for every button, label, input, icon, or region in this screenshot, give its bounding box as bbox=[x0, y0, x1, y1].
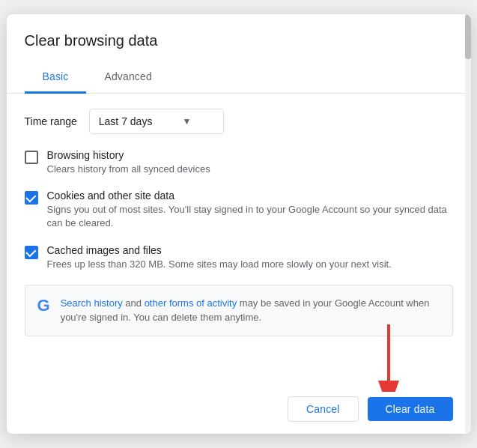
info-text-mid1: and bbox=[123, 297, 145, 309]
clear-data-button[interactable]: Clear data bbox=[368, 397, 453, 421]
cached-row: Cached images and files Frees up less th… bbox=[25, 244, 453, 271]
tab-advanced[interactable]: Advanced bbox=[86, 61, 169, 94]
cached-text: Cached images and files Frees up less th… bbox=[47, 244, 453, 271]
time-range-select[interactable]: Last 7 days ▼ bbox=[89, 109, 224, 134]
browsing-history-checkbox[interactable] bbox=[25, 151, 38, 164]
tab-basic[interactable]: Basic bbox=[25, 61, 87, 94]
cached-desc: Frees up less than 320 MB. Some sites ma… bbox=[47, 258, 453, 271]
browsing-history-checkbox-wrap bbox=[25, 151, 38, 164]
cached-checkbox-wrap bbox=[25, 246, 38, 259]
browsing-history-title: Browsing history bbox=[47, 149, 453, 161]
browsing-history-desc: Clears history from all synced devices bbox=[47, 163, 453, 176]
dropdown-arrow-icon: ▼ bbox=[182, 116, 191, 127]
browsing-history-row: Browsing history Clears history from all… bbox=[25, 149, 453, 176]
browsing-history-text: Browsing history Clears history from all… bbox=[47, 149, 453, 176]
google-logo: G bbox=[37, 296, 50, 315]
tabs-container: Basic Advanced bbox=[7, 61, 471, 94]
dialog-content: Time range Last 7 days ▼ Browsing histor… bbox=[7, 94, 471, 384]
cached-checkbox[interactable] bbox=[25, 246, 38, 259]
clear-browsing-data-dialog: Clear browsing data Basic Advanced Time … bbox=[7, 14, 471, 434]
search-history-link[interactable]: Search history bbox=[61, 297, 123, 309]
info-box: G Search history and other forms of acti… bbox=[25, 285, 453, 336]
time-range-row: Time range Last 7 days ▼ bbox=[25, 109, 453, 134]
scrollbar-thumb[interactable] bbox=[465, 14, 471, 59]
dialog-footer: Cancel Clear data bbox=[7, 384, 471, 434]
info-text: Search history and other forms of activi… bbox=[61, 296, 440, 325]
cookies-desc: Signs you out of most sites. You'll stay… bbox=[47, 203, 453, 230]
other-activity-link[interactable]: other forms of activity bbox=[145, 297, 237, 309]
time-range-label: Time range bbox=[25, 115, 77, 127]
cookies-title: Cookies and other site data bbox=[47, 190, 453, 202]
cached-title: Cached images and files bbox=[47, 244, 453, 256]
cancel-button[interactable]: Cancel bbox=[288, 396, 358, 422]
scrollbar[interactable] bbox=[465, 14, 471, 434]
cookies-checkbox[interactable] bbox=[25, 191, 38, 205]
cookies-text: Cookies and other site data Signs you ou… bbox=[47, 190, 453, 230]
cookies-row: Cookies and other site data Signs you ou… bbox=[25, 190, 453, 230]
cookies-checkbox-wrap bbox=[25, 191, 38, 205]
dialog-title: Clear browsing data bbox=[7, 14, 471, 49]
time-range-value: Last 7 days bbox=[99, 115, 153, 127]
